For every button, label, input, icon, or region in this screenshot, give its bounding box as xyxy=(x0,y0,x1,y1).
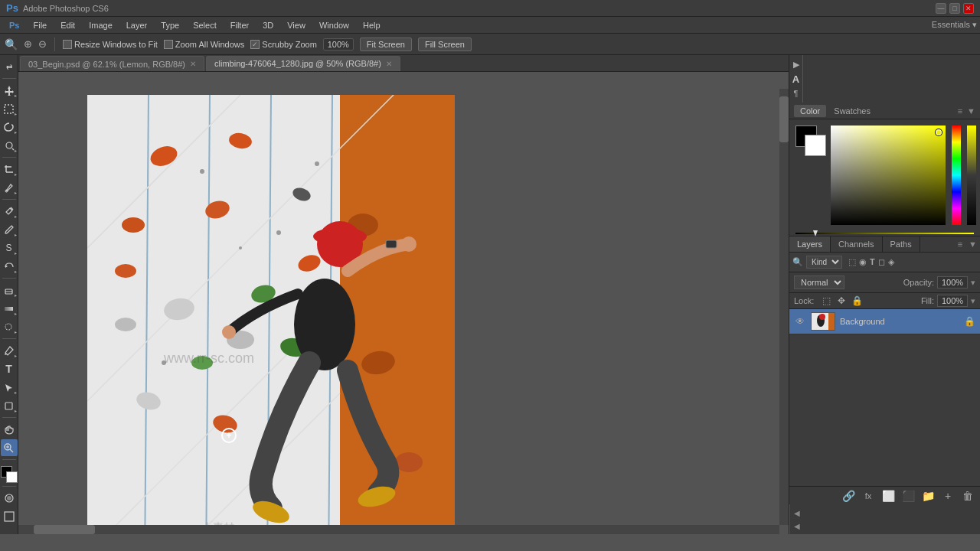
fg-bg-selector[interactable] xyxy=(795,126,826,156)
scrubby-checkbox[interactable]: ✓ xyxy=(250,40,260,49)
fill-input[interactable]: 100% xyxy=(937,295,968,307)
color-tab[interactable]: Color xyxy=(794,105,826,117)
panel-menu-icon[interactable]: ≡ xyxy=(958,106,962,116)
close-button[interactable]: ✕ xyxy=(963,3,974,14)
zoom-out-icon[interactable]: ⊖ xyxy=(38,38,47,50)
fg-bg-colors[interactable] xyxy=(1,466,18,483)
brush-tool[interactable]: ▸ xyxy=(1,221,18,238)
channels-tab[interactable]: Channels xyxy=(831,236,882,252)
zoom-all-checkbox[interactable] xyxy=(164,40,173,49)
layer-visibility-toggle[interactable]: 👁 xyxy=(794,315,806,328)
menu-file[interactable]: File xyxy=(27,19,53,31)
horizontal-scrollbar[interactable] xyxy=(18,525,779,534)
paragraph-icon[interactable]: ¶ xyxy=(790,87,802,99)
menu-image[interactable]: Image xyxy=(83,19,119,31)
lasso-tool[interactable]: ▸ xyxy=(1,119,18,135)
color-gradient-picker[interactable] xyxy=(831,126,946,225)
filter-type-icon[interactable]: T xyxy=(870,257,875,267)
zoom-value[interactable]: 100% xyxy=(323,38,354,51)
paths-tab[interactable]: Paths xyxy=(883,236,920,252)
text-tool-icon[interactable]: A xyxy=(790,73,802,85)
layer-mask-button[interactable]: ⬜ xyxy=(880,488,896,504)
fill-chevron[interactable]: ▾ xyxy=(971,296,975,306)
history-tool[interactable]: ▸ xyxy=(1,258,18,275)
panel-collapse-top[interactable]: ◀ xyxy=(792,507,802,518)
tab-close-1[interactable]: ✕ xyxy=(386,60,392,68)
menu-help[interactable]: Help xyxy=(357,19,387,31)
scrubby-zoom-option[interactable]: ✓ Scrubby Zoom xyxy=(250,40,317,49)
vertical-scrollbar-thumb[interactable] xyxy=(779,96,789,142)
shape-tool[interactable]: ▸ xyxy=(1,397,18,414)
layer-item-background[interactable]: 👁 Background 🔒 xyxy=(789,309,980,334)
menu-layer[interactable]: Layer xyxy=(120,19,154,31)
zoom-all-windows-option[interactable]: Zoom All Windows xyxy=(164,40,244,49)
tab-1[interactable]: climbing-476064_1280.jpg @ 50% (RGB/8#) … xyxy=(206,56,400,71)
tools-toggle[interactable]: ⇄ xyxy=(1,58,18,75)
hand-tool[interactable] xyxy=(1,421,18,438)
menu-ps[interactable]: Ps xyxy=(3,19,25,31)
lock-pixels-icon[interactable]: ⬚ xyxy=(820,295,832,307)
filter-shape-icon[interactable]: ◻ xyxy=(878,257,885,267)
layers-panel-collapse[interactable]: ▼ xyxy=(965,236,980,252)
new-layer-button[interactable]: + xyxy=(940,488,956,504)
panel-collapse-icon[interactable]: ▼ xyxy=(967,106,975,116)
resize-windows-checkbox[interactable] xyxy=(63,40,72,49)
opacity-chevron[interactable]: ▾ xyxy=(971,278,975,288)
type-tool[interactable]: T xyxy=(1,360,18,377)
move-tool[interactable]: ▸ xyxy=(1,82,18,99)
gradient-tool[interactable]: ▸ xyxy=(1,300,18,317)
swatches-tab[interactable]: Swatches xyxy=(828,105,877,117)
zoom-tool[interactable] xyxy=(1,439,18,456)
crop-tool[interactable]: ▸ xyxy=(1,161,18,178)
opacity-slider[interactable] xyxy=(967,126,976,225)
stamp-tool[interactable]: S▸ xyxy=(1,240,18,256)
menu-type[interactable]: Type xyxy=(155,19,185,31)
quick-mask-button[interactable] xyxy=(1,490,18,507)
lock-all-icon[interactable]: 🔒 xyxy=(851,295,863,307)
horizontal-scrollbar-thumb[interactable] xyxy=(34,525,95,534)
kind-select[interactable]: Kind xyxy=(806,256,842,269)
arrow-right-icon[interactable]: ▶ xyxy=(790,58,802,70)
panel-collapse-mid[interactable]: ◀ xyxy=(792,520,802,531)
filter-pixel-icon[interactable]: ⬚ xyxy=(848,257,856,267)
layers-tab[interactable]: Layers xyxy=(789,236,831,252)
healing-tool[interactable]: ▸ xyxy=(1,203,18,220)
opacity-input[interactable]: 100% xyxy=(937,276,968,289)
resize-windows-option[interactable]: Resize Windows to Fit xyxy=(63,40,158,49)
menu-filter[interactable]: Filter xyxy=(224,19,255,31)
fill-screen-button[interactable]: Fill Screen xyxy=(418,37,472,51)
layer-styles-button[interactable]: fx xyxy=(861,488,876,504)
adjustment-layer-button[interactable]: ⬛ xyxy=(900,488,916,504)
layers-panel-menu[interactable]: ≡ xyxy=(955,236,965,252)
filter-smart-icon[interactable]: ◈ xyxy=(888,257,894,267)
eyedropper-tool[interactable]: ▸ xyxy=(1,179,18,196)
quick-select-tool[interactable]: ▸ xyxy=(1,137,18,154)
tab-close-0[interactable]: ✕ xyxy=(190,60,196,68)
background-color-swatch[interactable] xyxy=(805,135,826,156)
marquee-tool[interactable]: ▸ xyxy=(1,100,18,117)
eraser-tool[interactable]: ▸ xyxy=(1,282,18,298)
menu-select[interactable]: Select xyxy=(187,19,223,31)
blur-tool[interactable]: ▸ xyxy=(1,318,18,335)
new-group-button[interactable]: 📁 xyxy=(920,488,936,504)
menu-window[interactable]: Window xyxy=(313,19,355,31)
delete-layer-button[interactable]: 🗑 xyxy=(960,488,975,504)
background-color[interactable] xyxy=(6,471,18,483)
tab-0[interactable]: 03_Begin.psd @ 62.1% (Lemon, RGB/8#) ✕ xyxy=(20,56,204,71)
menu-view[interactable]: View xyxy=(281,19,312,31)
vertical-scrollbar[interactable] xyxy=(779,89,789,525)
pen-tool[interactable]: ▸ xyxy=(1,342,18,359)
hue-slider[interactable] xyxy=(952,126,961,225)
path-select-tool[interactable]: ▸ xyxy=(1,379,18,396)
maximize-button[interactable]: □ xyxy=(949,3,960,14)
link-layers-button[interactable]: 🔗 xyxy=(841,488,856,504)
menu-edit[interactable]: Edit xyxy=(54,19,81,31)
lock-position-icon[interactable]: ✥ xyxy=(835,295,848,307)
screen-mode-button[interactable] xyxy=(1,508,18,525)
blend-mode-select[interactable]: Normal xyxy=(794,276,844,289)
zoom-in-icon[interactable]: ⊕ xyxy=(24,38,32,50)
filter-adjust-icon[interactable]: ◉ xyxy=(859,257,867,267)
minimize-button[interactable]: — xyxy=(936,3,946,14)
fit-screen-button[interactable]: Fit Screen xyxy=(360,37,412,51)
color-bar[interactable] xyxy=(795,233,974,234)
